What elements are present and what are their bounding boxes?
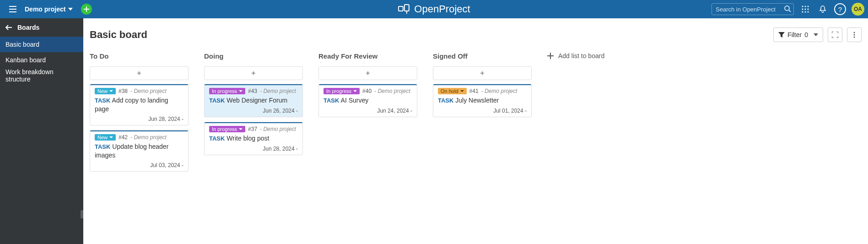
sidebar-item-work-breakdown[interactable]: Work breakdown structure [0,68,83,83]
card-title-line: TASK Write blog post [209,134,298,143]
card-meta: New#38- Demo project [95,88,183,94]
status-badge[interactable]: New [95,88,116,94]
sidebar-item-kanban-board[interactable]: Kanban board [0,52,83,68]
card-title: Write blog post [226,135,269,142]
chevron-down-icon [239,90,243,92]
svg-point-9 [805,9,806,10]
board-card[interactable]: In progress#40- Demo projectTASK AI Surv… [318,84,417,117]
notifications-button[interactable] [817,3,829,15]
card-project: - Demo project [260,126,296,132]
sidebar-title: Boards [17,24,39,31]
card-id: #37 [248,126,257,132]
avatar[interactable]: OA [852,3,864,16]
card-title: July Newsletter [455,97,499,104]
add-card-button[interactable]: + [204,66,303,80]
quick-add-button[interactable] [81,4,92,15]
board-column: Ready For Review+In progress#40- Demo pr… [318,52,417,122]
more-button[interactable] [847,27,862,42]
board-card[interactable]: In progress#43- Demo projectTASK Web Des… [204,84,303,117]
sidebar-item-label: Work breakdown structure [5,68,78,83]
svg-point-8 [802,9,803,10]
main-content: Basic board Filter 0 To Do+New#38- Demo … [83,18,868,244]
status-label: In progress [212,88,237,94]
svg-line-4 [789,10,791,12]
card-title-line: TASK AI Survey [323,96,412,105]
bell-icon [819,5,826,13]
card-date: Jun 26, 2024 - [209,108,298,114]
brand: OpenProject [398,3,470,15]
filter-button[interactable]: Filter 0 [773,27,823,42]
svg-point-15 [854,34,855,36]
svg-point-11 [802,11,803,13]
add-list-label: Add list to board [558,52,604,60]
svg-point-10 [808,9,809,10]
chevron-down-icon [109,90,113,92]
card-id: #42 [119,134,128,141]
card-title-line: TASK July Newsletter [438,96,527,105]
svg-point-6 [805,6,806,7]
add-card-button[interactable]: + [433,66,532,80]
svg-point-5 [802,6,803,7]
status-badge[interactable]: On hold [438,88,467,94]
avatar-initials: OA [854,6,862,12]
card-project: - Demo project [374,88,410,94]
status-label: New [97,88,108,94]
title-tools: Filter 0 [773,27,862,42]
task-type-label: TASK [209,135,225,142]
board-card[interactable]: New#38- Demo projectTASK Add copy to lan… [90,84,189,125]
sidebar-resize-handle[interactable] [81,210,83,218]
board-column: To Do+New#38- Demo projectTASK Add copy … [90,52,189,176]
sidebar-item-label: Basic board [5,41,39,48]
card-meta: In progress#40- Demo project [323,88,412,94]
status-label: On hold [441,88,458,94]
arrow-left-icon[interactable] [5,25,12,30]
modules-button[interactable] [799,3,811,15]
status-label: New [97,135,108,140]
task-type-label: TASK [95,97,110,104]
card-meta: New#42- Demo project [95,134,183,141]
status-badge[interactable]: In progress [209,88,245,94]
chevron-down-icon [814,33,818,36]
card-meta: In progress#43- Demo project [209,88,298,94]
menu-toggle[interactable] [4,0,22,18]
svg-point-3 [785,6,789,11]
svg-rect-0 [398,6,403,11]
card-date: Jun 28, 2024 - [209,146,298,152]
card-date: Jul 03, 2024 - [95,162,183,168]
card-meta: In progress#37- Demo project [209,126,298,132]
board-card[interactable]: New#42- Demo projectTASK Update blog hea… [90,130,189,172]
add-card-button[interactable]: + [318,66,417,80]
column-title: Doing [204,52,303,60]
search-icon [784,5,791,12]
board-card[interactable]: In progress#37- Demo projectTASK Write b… [204,122,303,155]
card-id: #40 [362,88,372,94]
column-title: Ready For Review [318,52,417,60]
column-title: To Do [90,52,189,60]
board-column: Doing+In progress#43- Demo projectTASK W… [204,52,303,160]
project-selector[interactable]: Demo project [22,5,75,13]
help-button[interactable]: ? [834,3,846,15]
board-card[interactable]: On hold#41- Demo projectTASK July Newsle… [433,84,532,117]
search-input[interactable] [712,3,794,15]
card-project: - Demo project [130,88,167,94]
sidebar-item-basic-board[interactable]: Basic board [0,37,83,52]
chevron-down-icon [109,136,113,138]
board-columns: To Do+New#38- Demo projectTASK Add copy … [90,52,862,176]
chevron-down-icon [353,90,357,92]
fullscreen-button[interactable] [828,27,842,42]
task-type-label: TASK [95,143,110,150]
question-icon: ? [838,5,842,13]
plus-icon [547,53,554,59]
svg-point-16 [854,37,855,38]
status-badge[interactable]: New [95,134,116,141]
status-badge[interactable]: In progress [323,88,360,94]
topbar-tools: ? OA [712,3,864,16]
status-badge[interactable]: In progress [209,126,245,132]
openproject-logo-icon [398,4,410,14]
card-title-line: TASK Update blog header images [95,142,183,159]
add-list-button[interactable]: Add list to board [547,52,604,60]
svg-point-7 [808,6,809,7]
sidebar-header: Boards [0,18,83,37]
add-card-button[interactable]: + [90,66,189,80]
app-name: OpenProject [414,3,470,15]
